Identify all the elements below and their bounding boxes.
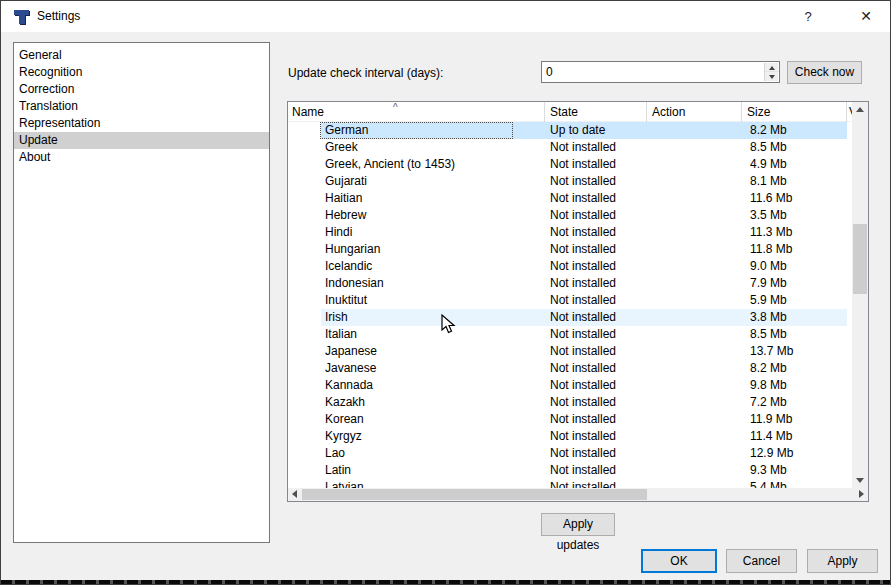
cell-name: Irish — [325, 309, 543, 326]
interval-value: 0 — [546, 62, 553, 82]
sidebar-item-general[interactable]: General — [14, 47, 269, 64]
arrow-down-icon — [856, 478, 864, 483]
cell-size: 5.9 Mb — [750, 292, 845, 309]
cell-action — [652, 258, 740, 275]
cell-action — [652, 309, 740, 326]
language-table: ^ Name State Action Size V German Up to … — [287, 101, 869, 502]
table-row[interactable]: Lao Not installed 12.9 Mb — [288, 445, 847, 462]
cell-name: Lao — [325, 445, 543, 462]
spin-up-button[interactable] — [765, 63, 779, 72]
cell-state: Not installed — [550, 360, 645, 377]
table-row[interactable]: Inuktitut Not installed 5.9 Mb — [288, 292, 847, 309]
cell-size: 8.2 Mb — [750, 360, 845, 377]
cell-size: 12.9 Mb — [750, 445, 845, 462]
cell-size: 9.3 Mb — [750, 462, 845, 479]
cell-action — [652, 411, 740, 428]
cell-size: 8.2 Mb — [750, 122, 845, 139]
cell-state: Not installed — [550, 343, 645, 360]
sidebar-item-about[interactable]: About — [14, 149, 269, 166]
close-button[interactable]: ✕ — [849, 1, 883, 32]
column-header-state[interactable]: State — [545, 102, 647, 122]
scroll-left-button[interactable] — [288, 488, 302, 501]
cell-name: German — [325, 122, 543, 139]
column-header-name[interactable]: ^ Name — [288, 102, 545, 122]
cell-state: Not installed — [550, 173, 645, 190]
table-row[interactable]: Hebrew Not installed 3.5 Mb — [288, 207, 847, 224]
table-body: German Up to date 8.2 Mb Greek Not insta… — [288, 122, 847, 489]
table-row[interactable]: Kazakh Not installed 7.2 Mb — [288, 394, 847, 411]
table-row[interactable]: Kyrgyz Not installed 11.4 Mb — [288, 428, 847, 445]
column-label: Name — [292, 105, 324, 119]
triangle-up-icon — [769, 66, 775, 70]
apply-button[interactable]: Apply — [807, 549, 878, 573]
table-row[interactable]: Hungarian Not installed 11.8 Mb — [288, 241, 847, 258]
sidebar-item-recognition[interactable]: Recognition — [14, 64, 269, 81]
interval-spinbox[interactable]: 0 — [541, 61, 780, 83]
scroll-down-button[interactable] — [852, 472, 868, 488]
scroll-up-button[interactable] — [852, 102, 868, 118]
column-header-action[interactable]: Action — [647, 102, 742, 122]
table-row[interactable]: Irish Not installed 3.8 Mb — [288, 309, 847, 326]
table-row[interactable]: Kannada Not installed 9.8 Mb — [288, 377, 847, 394]
cell-state: Not installed — [550, 258, 645, 275]
column-header-size[interactable]: Size — [742, 102, 847, 122]
cell-state: Not installed — [550, 139, 645, 156]
ok-button[interactable]: OK — [641, 549, 717, 573]
horizontal-scrollbar[interactable] — [288, 488, 868, 501]
cell-state: Not installed — [550, 156, 645, 173]
cell-state: Not installed — [550, 377, 645, 394]
spin-down-button[interactable] — [765, 72, 779, 81]
arrow-right-icon — [859, 490, 864, 498]
cell-action — [652, 275, 740, 292]
cancel-button[interactable]: Cancel — [726, 549, 797, 573]
cell-action — [652, 173, 740, 190]
cell-action — [652, 360, 740, 377]
vertical-scrollbar[interactable] — [852, 102, 868, 488]
table-row[interactable]: German Up to date 8.2 Mb — [288, 122, 847, 139]
table-row[interactable]: Korean Not installed 11.9 Mb — [288, 411, 847, 428]
sidebar-item-translation[interactable]: Translation — [14, 98, 269, 115]
sort-ascending-icon: ^ — [393, 102, 398, 118]
cell-size: 11.3 Mb — [750, 224, 845, 241]
app-icon — [14, 9, 30, 25]
cell-state: Not installed — [550, 190, 645, 207]
cell-name: Indonesian — [325, 275, 543, 292]
column-label: State — [550, 105, 578, 119]
table-row[interactable]: Hindi Not installed 11.3 Mb — [288, 224, 847, 241]
help-button[interactable]: ? — [791, 1, 825, 32]
settings-category-list: GeneralRecognitionCorrectionTranslationR… — [13, 42, 270, 543]
sidebar-item-update[interactable]: Update — [14, 132, 269, 149]
table-row[interactable]: Greek Not installed 8.5 Mb — [288, 139, 847, 156]
triangle-down-icon — [769, 75, 775, 79]
cell-size: 3.5 Mb — [750, 207, 845, 224]
table-row[interactable]: Greek, Ancient (to 1453) Not installed 4… — [288, 156, 847, 173]
cell-action — [652, 190, 740, 207]
table-row[interactable]: Japanese Not installed 13.7 Mb — [288, 343, 847, 360]
table-row[interactable]: Icelandic Not installed 9.0 Mb — [288, 258, 847, 275]
table-row[interactable]: Indonesian Not installed 7.9 Mb — [288, 275, 847, 292]
cell-name: Japanese — [325, 343, 543, 360]
title-bar[interactable]: Settings ? ✕ — [1, 1, 890, 32]
apply-updates-button[interactable]: Apply updates — [541, 513, 615, 536]
cell-state: Not installed — [550, 445, 645, 462]
sidebar-item-representation[interactable]: Representation — [14, 115, 269, 132]
table-row[interactable]: Latin Not installed 9.3 Mb — [288, 462, 847, 479]
interval-label: Update check interval (days): — [288, 66, 443, 80]
cell-state: Not installed — [550, 462, 645, 479]
table-row[interactable]: Italian Not installed 8.5 Mb — [288, 326, 847, 343]
cell-name: Inuktitut — [325, 292, 543, 309]
check-now-button[interactable]: Check now — [787, 61, 862, 84]
table-row[interactable]: Gujarati Not installed 8.1 Mb — [288, 173, 847, 190]
cell-size: 11.6 Mb — [750, 190, 845, 207]
cell-name: Greek, Ancient (to 1453) — [325, 156, 543, 173]
cell-action — [652, 156, 740, 173]
horizontal-scrollbar-thumb[interactable] — [302, 489, 647, 500]
table-row[interactable]: Haitian Not installed 11.6 Mb — [288, 190, 847, 207]
cell-name: Greek — [325, 139, 543, 156]
table-row[interactable]: Javanese Not installed 8.2 Mb — [288, 360, 847, 377]
vertical-scrollbar-thumb[interactable] — [853, 224, 867, 294]
cell-name: Kazakh — [325, 394, 543, 411]
sidebar-item-correction[interactable]: Correction — [14, 81, 269, 98]
cell-name: Hungarian — [325, 241, 543, 258]
scroll-right-button[interactable] — [854, 488, 868, 501]
